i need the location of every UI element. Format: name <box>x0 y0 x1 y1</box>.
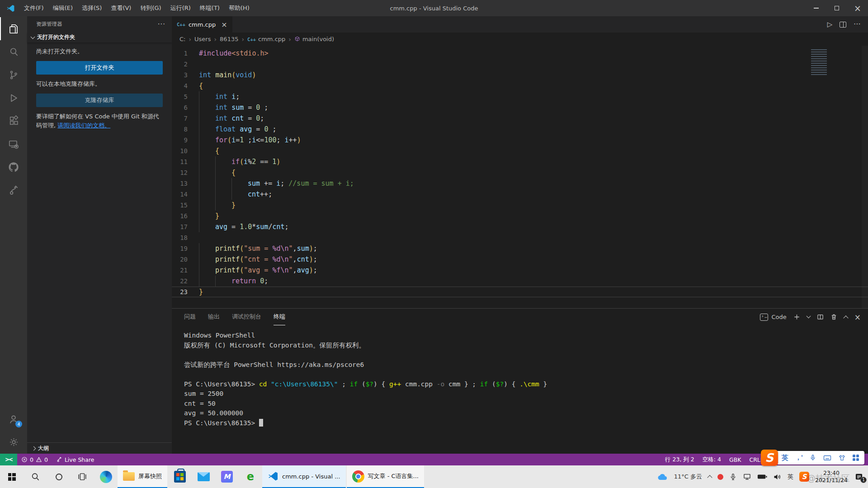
activity-live-share[interactable] <box>0 178 27 202</box>
line-number: 21 <box>172 265 199 276</box>
panel-tab-0[interactable]: 问题 <box>184 309 196 325</box>
docs-link[interactable]: 请阅读我们的文档。 <box>57 122 110 129</box>
more-actions-icon[interactable]: ··· <box>158 20 165 28</box>
window-title: cmm.cpp - Visual Studio Code <box>390 5 478 12</box>
cortana-button[interactable] <box>47 465 71 488</box>
activity-run-debug[interactable] <box>0 86 27 109</box>
menu-item-5[interactable]: 运行(R) <box>166 2 195 14</box>
line-number: 5 <box>172 91 199 102</box>
sidebar-explorer: 资源管理器 ··· 无打开的文件夹 尚未打开文件夹。 打开文件夹 可以在本地克隆… <box>27 16 172 454</box>
battery-icon[interactable] <box>757 474 767 480</box>
cloud-icon[interactable] <box>657 472 668 481</box>
section-outline[interactable]: 大纲 <box>27 442 172 454</box>
split-editor-button[interactable] <box>840 22 846 28</box>
menu-item-2[interactable]: 选择(S) <box>77 2 106 14</box>
ime-skin-icon[interactable] <box>838 454 846 461</box>
code-line-17: 17avg = 1.0*sum/cnt; <box>172 221 868 232</box>
activity-extensions[interactable] <box>0 109 27 132</box>
indentation-status[interactable]: 空格: 4 <box>698 454 725 465</box>
live-share-status[interactable]: Live Share <box>52 454 99 465</box>
activity-search[interactable] <box>0 40 27 63</box>
line-number: 23 <box>172 286 199 297</box>
taskbar-window-chrome[interactable]: 写文章 - C语言集... <box>347 465 424 488</box>
close-panel-icon[interactable]: × <box>854 313 861 322</box>
tray-app-icon[interactable] <box>717 474 723 480</box>
editor-more-actions[interactable]: ··· <box>854 20 861 28</box>
activity-source-control[interactable] <box>0 63 27 86</box>
volume-icon[interactable] <box>773 473 782 481</box>
panel-tab-2[interactable]: 调试控制台 <box>232 309 261 325</box>
ime-mic-icon[interactable] <box>809 454 816 461</box>
menu-item-1[interactable]: 编辑(E) <box>48 2 77 14</box>
tab-close-icon[interactable]: × <box>221 20 227 29</box>
action-center-button[interactable]: 1 <box>854 472 864 482</box>
panel-tab-1[interactable]: 输出 <box>208 309 220 325</box>
taskbar-window-vscode[interactable]: cmm.cpp - Visual ... <box>262 465 346 488</box>
tab-cmm-cpp[interactable]: C++ cmm.cpp × <box>172 16 232 33</box>
menu-item-0[interactable]: 文件(F) <box>19 2 48 14</box>
section-no-folder[interactable]: 无打开的文件夹 <box>27 32 172 42</box>
encoding-status[interactable]: GBK <box>725 454 745 465</box>
ime-keyboard-icon[interactable] <box>823 454 831 461</box>
breadcrumb-file[interactable]: C++cmm.cpp <box>247 36 285 42</box>
e-browser-button[interactable]: e <box>239 465 262 488</box>
activity-remote-explorer[interactable] <box>0 132 27 155</box>
task-view-button[interactable] <box>71 465 94 488</box>
kill-terminal-icon[interactable] <box>830 314 837 320</box>
menu-item-4[interactable]: 转到(G) <box>136 2 165 14</box>
run-file-button[interactable]: ▷ <box>827 20 833 28</box>
panel-tab-3[interactable]: 终端 <box>274 309 285 325</box>
menu-item-6[interactable]: 终端(T) <box>195 2 224 14</box>
breadcrumb-drive[interactable]: C: <box>179 36 185 42</box>
status-bar: >< 0 0 Live Share 行 23, 列 2 空格: 4 GBK CR… <box>0 454 868 465</box>
breadcrumb-users[interactable]: Users <box>194 36 211 42</box>
remote-indicator[interactable]: >< <box>0 454 17 465</box>
microphone-icon[interactable] <box>729 473 737 481</box>
maximize-panel-icon[interactable] <box>843 315 848 320</box>
mail-button[interactable] <box>192 465 215 488</box>
weather-status[interactable]: 11°C 多云 <box>674 473 702 481</box>
clone-repo-button[interactable]: 克隆存储库 <box>36 94 163 107</box>
sogou-logo-icon[interactable]: S <box>761 450 778 466</box>
store-button[interactable] <box>168 465 192 488</box>
terminal-profile-select[interactable]: Code <box>760 314 786 321</box>
breadcrumb-86135[interactable]: 86135 <box>220 36 238 42</box>
split-terminal-icon[interactable] <box>817 314 824 320</box>
ime-toolbox-icon[interactable] <box>853 455 859 461</box>
ime-language-toggle[interactable]: 英 <box>782 454 788 462</box>
terminal[interactable]: Windows PowerShell版权所有 (C) Microsoft Cor… <box>172 325 868 454</box>
code-editor[interactable]: 1#include<stdio.h>23int main(void)4{5int… <box>172 46 868 308</box>
hidden-icons-chevron[interactable] <box>707 475 712 480</box>
open-folder-button[interactable]: 打开文件夹 <box>36 61 163 75</box>
activity-settings[interactable] <box>0 431 27 454</box>
taskbar-window-screenshots[interactable]: 屏幕快照 <box>118 465 167 488</box>
ime-punctuation-toggle[interactable]: ，' <box>795 454 802 462</box>
breadcrumb-symbol[interactable]: main(void) <box>294 36 334 42</box>
editor-scrollbar[interactable] <box>862 46 868 308</box>
minimize-button[interactable] <box>806 0 826 16</box>
problems-status[interactable]: 0 0 <box>17 454 52 465</box>
sogou-ime-bar: S 英 ，' <box>761 450 864 466</box>
menu-item-7[interactable]: 帮助(H) <box>224 2 254 14</box>
new-terminal-icon[interactable] <box>793 314 800 320</box>
menu-item-3[interactable]: 查看(V) <box>106 2 136 14</box>
activity-explorer[interactable] <box>0 17 27 40</box>
code-line-4: 4{ <box>172 80 868 91</box>
activity-accounts[interactable]: 4 <box>0 408 27 431</box>
taskbar-search-button[interactable] <box>24 465 47 488</box>
maximize-button[interactable] <box>826 0 847 16</box>
run-debug-icon <box>8 93 19 103</box>
sogou-tray-icon[interactable]: S <box>799 472 809 482</box>
tray-language-indicator[interactable]: 英 <box>788 473 793 481</box>
minimap[interactable] <box>811 49 835 75</box>
terminal-dropdown-icon[interactable] <box>806 314 811 319</box>
close-button[interactable]: × <box>847 0 868 16</box>
line-number: 22 <box>172 276 199 286</box>
activity-github[interactable] <box>0 155 27 178</box>
ethernet-icon[interactable] <box>743 473 751 481</box>
start-button[interactable] <box>0 465 24 488</box>
taskbar-clock[interactable]: 23:40 2021/11/24 <box>815 469 848 484</box>
cursor-position[interactable]: 行 23, 列 2 <box>661 454 698 465</box>
m-app-button[interactable]: M <box>215 465 239 488</box>
edge-button[interactable] <box>94 465 118 488</box>
